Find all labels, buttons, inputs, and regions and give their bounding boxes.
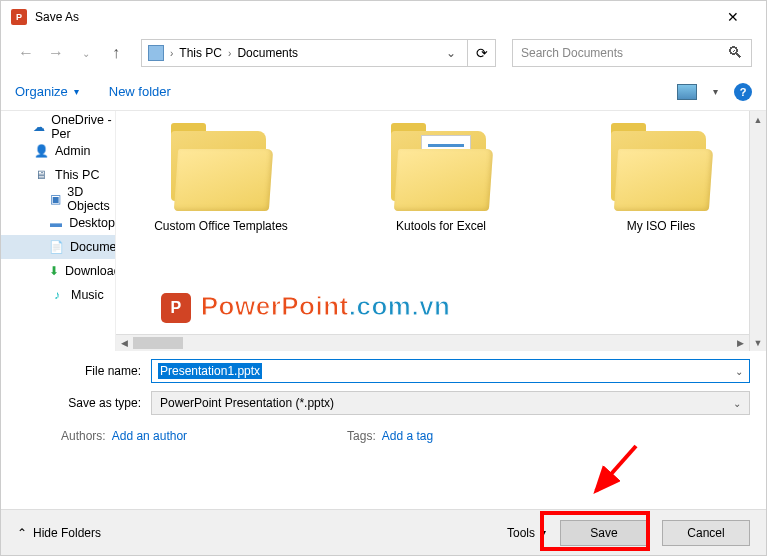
view-mode-button[interactable] [677, 84, 697, 100]
tree-label: Documents [70, 240, 116, 254]
tree-item-thispc[interactable]: 🖥 This PC [1, 163, 115, 187]
search-placeholder: Search Documents [521, 46, 727, 60]
music-icon: ♪ [49, 287, 65, 303]
folder-item[interactable]: My ISO Files [586, 131, 736, 235]
scroll-down-icon[interactable]: ▼ [750, 334, 766, 351]
tree-item-downloads[interactable]: ⬇ Downloads [1, 259, 115, 283]
cloud-icon: ☁ [33, 119, 45, 135]
filename-input[interactable]: Presentation1.pptx ⌄ [151, 359, 750, 383]
documents-icon: 📄 [49, 239, 64, 255]
breadcrumb-item[interactable]: This PC [179, 46, 222, 60]
tree-label: 3D Objects [67, 185, 115, 213]
forward-button[interactable]: → [45, 42, 67, 64]
scroll-right-icon[interactable]: ▶ [732, 335, 749, 351]
folder-label: Kutools for Excel [366, 219, 516, 235]
computer-icon: 🖥 [33, 167, 49, 183]
folder-label: Custom Office Templates [146, 219, 296, 235]
breadcrumb[interactable]: › This PC › Documents ⌄ [141, 39, 468, 67]
dropdown-icon[interactable]: ▾ [713, 86, 718, 97]
breadcrumb-item[interactable]: Documents [237, 46, 298, 60]
dropdown-icon[interactable]: ⌄ [733, 398, 741, 409]
tree-item-3dobjects[interactable]: ▣ 3D Objects [1, 187, 115, 211]
folder-label: My ISO Files [586, 219, 736, 235]
desktop-icon: ▬ [49, 215, 63, 231]
close-button[interactable]: ✕ [710, 1, 756, 33]
hide-folders-button[interactable]: ⌃ Hide Folders [17, 526, 101, 540]
vertical-scrollbar[interactable]: ▲ ▼ [749, 111, 766, 351]
breadcrumb-expand[interactable]: ⌄ [441, 46, 461, 60]
dropdown-icon[interactable]: ⌄ [735, 366, 743, 377]
savetype-label: Save as type: [1, 396, 151, 410]
folder-icon [148, 45, 164, 61]
up-button[interactable]: ↑ [105, 42, 127, 64]
search-icon: 🔍︎ [727, 44, 743, 62]
folder-item[interactable]: Kutools for Excel [366, 131, 516, 235]
download-icon: ⬇ [49, 263, 59, 279]
filename-value: Presentation1.pptx [158, 363, 262, 379]
tree-label: Admin [55, 144, 90, 158]
tree-item-desktop[interactable]: ▬ Desktop [1, 211, 115, 235]
add-tag-link[interactable]: Add a tag [382, 429, 433, 443]
powerpoint-icon: P [161, 293, 191, 323]
3d-icon: ▣ [49, 191, 61, 207]
scroll-thumb[interactable] [133, 337, 183, 349]
savetype-select[interactable]: PowerPoint Presentation (*.pptx) ⌄ [151, 391, 750, 415]
save-form: File name: Presentation1.pptx ⌄ Save as … [1, 351, 766, 457]
toolbar: Organize ▾ New folder ▾ ? [1, 73, 766, 111]
chevron-up-icon: ⌃ [17, 526, 27, 540]
folder-icon [171, 131, 271, 211]
tree-item-onedrive[interactable]: ☁ OneDrive - Per [1, 115, 115, 139]
tags-label: Tags: [347, 429, 376, 443]
svg-line-0 [596, 446, 636, 491]
footer: ⌃ Hide Folders Tools ▾ Save Cancel [1, 509, 766, 555]
tree-label: Music [71, 288, 104, 302]
window-title: Save As [35, 10, 79, 24]
folder-icon [611, 131, 711, 211]
tree-label: Desktop [69, 216, 115, 230]
back-button[interactable]: ← [15, 42, 37, 64]
navigation-tree: ☁ OneDrive - Per 👤 Admin 🖥 This PC ▣ 3D … [1, 111, 116, 351]
authors-label: Authors: [61, 429, 106, 443]
refresh-button[interactable]: ⟳ [468, 39, 496, 67]
tree-label: OneDrive - Per [51, 113, 115, 141]
annotation-arrow [586, 441, 646, 505]
folder-item[interactable]: Custom Office Templates [146, 131, 296, 235]
annotation-highlight [540, 511, 650, 551]
cancel-button[interactable]: Cancel [662, 520, 750, 546]
nav-bar: ← → ⌄ ↑ › This PC › Documents ⌄ ⟳ Search… [1, 33, 766, 73]
recent-dropdown[interactable]: ⌄ [75, 42, 97, 64]
help-button[interactable]: ? [734, 83, 752, 101]
horizontal-scrollbar[interactable]: ◀ ▶ [116, 334, 749, 351]
tree-item-documents[interactable]: 📄 Documents [1, 235, 115, 259]
folder-icon [391, 131, 491, 211]
tree-label: Downloads [65, 264, 116, 278]
tree-item-admin[interactable]: 👤 Admin [1, 139, 115, 163]
watermark: P PowerPoint.com.vn [161, 291, 451, 323]
tree-item-music[interactable]: ♪ Music [1, 283, 115, 307]
organize-button[interactable]: Organize [15, 84, 68, 99]
search-input[interactable]: Search Documents 🔍︎ [512, 39, 752, 67]
title-bar: P Save As ✕ [1, 1, 766, 33]
chevron-icon: › [170, 48, 173, 59]
dropdown-icon[interactable]: ▾ [74, 86, 79, 97]
new-folder-button[interactable]: New folder [109, 84, 171, 99]
app-icon: P [11, 9, 27, 25]
filename-label: File name: [1, 364, 151, 378]
scroll-up-icon[interactable]: ▲ [750, 111, 766, 128]
user-icon: 👤 [33, 143, 49, 159]
scroll-left-icon[interactable]: ◀ [116, 335, 133, 351]
chevron-icon: › [228, 48, 231, 59]
savetype-value: PowerPoint Presentation (*.pptx) [160, 396, 334, 410]
tree-label: This PC [55, 168, 99, 182]
add-author-link[interactable]: Add an author [112, 429, 187, 443]
